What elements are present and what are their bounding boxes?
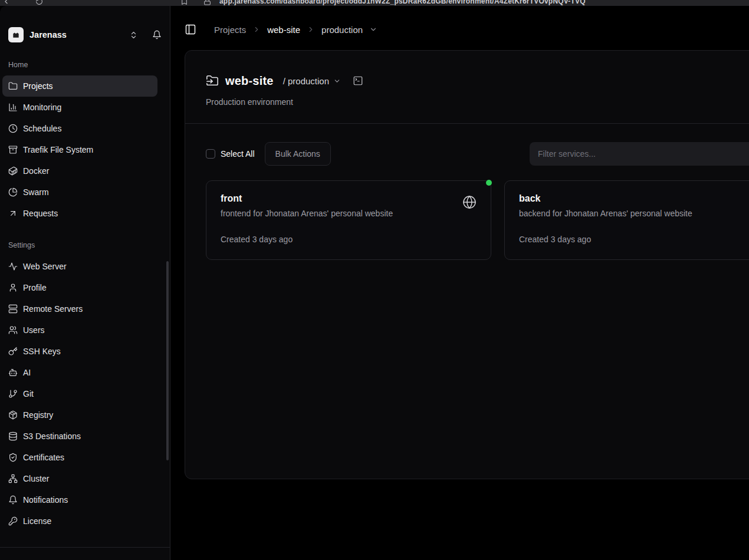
sidebar-item-ai[interactable]: AI <box>2 362 157 383</box>
sidebar-item-notifications[interactable]: Notifications <box>2 489 157 510</box>
breadcrumb: Projects web-site production <box>214 25 377 35</box>
sidebar-scrollbar[interactable] <box>166 261 169 460</box>
service-card-front[interactable]: front frontend for Jhonatan Arenas' pers… <box>206 180 491 260</box>
bar-chart-icon <box>8 103 18 112</box>
status-dot <box>486 180 492 186</box>
sidebar-item-certificates[interactable]: Certificates <box>2 447 157 468</box>
lock-icon <box>203 0 211 5</box>
project-header: web-site / production Production environ… <box>206 72 749 107</box>
service-description: frontend for Jhonatan Arenas' personal w… <box>221 208 477 219</box>
account-section[interactable]: Account <box>0 547 170 560</box>
sidebar: Jarenass Home Projects Monitoring <box>0 6 170 560</box>
archive-icon <box>8 145 18 154</box>
bot-icon <box>8 368 18 377</box>
arrow-up-right-icon <box>8 209 18 218</box>
bookmark-icon[interactable] <box>180 0 188 5</box>
browser-toolbar: app.jarenass.com/dashboard/project/oddJ1… <box>0 0 749 6</box>
filter-services-input[interactable] <box>530 142 749 166</box>
bulk-actions-button[interactable]: Bulk Actions <box>265 142 331 166</box>
environment-selector[interactable]: / production <box>283 76 341 86</box>
package-icon <box>8 410 18 420</box>
sidebar-item-label: AI <box>23 368 31 377</box>
sidebar-toggle-button[interactable] <box>185 24 196 35</box>
users-icon <box>8 325 18 335</box>
sidebar-item-monitoring[interactable]: Monitoring <box>2 97 157 118</box>
globe-icon <box>462 195 477 209</box>
url-bar[interactable]: app.jarenass.com/dashboard/project/oddJ1… <box>219 0 586 5</box>
service-name: front <box>221 193 477 204</box>
chevron-right-icon <box>252 25 261 34</box>
git-branch-icon <box>8 389 18 398</box>
main-header: Projects web-site production <box>185 22 377 37</box>
sidebar-item-docker[interactable]: Docker <box>2 160 157 182</box>
cluster-icon <box>8 474 18 483</box>
sidebar-item-label: Notifications <box>23 495 68 505</box>
sidebar-item-cluster[interactable]: Cluster <box>2 468 157 489</box>
database-icon <box>8 431 18 441</box>
sidebar-item-traefik-file-system[interactable]: Traefik File System <box>2 139 157 160</box>
sidebar-item-label: Cluster <box>23 474 49 483</box>
license-key-icon <box>8 516 18 526</box>
breadcrumb-item-web-site[interactable]: web-site <box>267 25 300 35</box>
logo-glyph-icon <box>12 31 20 39</box>
sidebar-item-schedules[interactable]: Schedules <box>2 118 157 139</box>
chevron-down-icon <box>369 25 377 34</box>
project-title: web-site <box>225 74 274 88</box>
nav-section-settings: Settings Web Server Profile Remote Serve… <box>2 241 157 532</box>
sidebar-item-label: Projects <box>23 81 53 91</box>
bell-icon <box>152 30 162 39</box>
service-created: Created 3 days ago <box>221 234 477 245</box>
sidebar-item-remote-servers[interactable]: Remote Servers <box>2 298 157 319</box>
sidebar-item-s3-destinations[interactable]: S3 Destinations <box>2 426 157 447</box>
sidebar-item-label: Swarm <box>23 187 49 197</box>
service-name: back <box>519 193 749 204</box>
sidebar-item-requests[interactable]: Requests <box>2 203 157 224</box>
main-content: Projects web-site production web-site / … <box>170 6 749 560</box>
refresh-icon[interactable] <box>35 0 43 5</box>
activity-icon <box>8 262 18 271</box>
service-description: backend for Jhonatan Arenas' personal we… <box>519 208 749 219</box>
notifications-bell-button[interactable] <box>151 29 163 41</box>
nav-section-home: Home Projects Monitoring Schedules Traef… <box>2 60 157 224</box>
chevrons-up-down-icon <box>129 31 138 39</box>
select-all-label: Select All <box>221 149 255 159</box>
sidebar-item-profile[interactable]: Profile <box>2 277 157 298</box>
folder-icon <box>8 81 18 91</box>
server-icon <box>8 304 18 314</box>
sidebar-item-label: SSH Keys <box>23 347 61 356</box>
service-card-back[interactable]: back backend for Jhonatan Arenas' person… <box>504 180 749 260</box>
breadcrumb-item-projects[interactable]: Projects <box>214 25 246 35</box>
back-icon[interactable] <box>2 0 10 5</box>
sidebar-item-label: Web Server <box>23 262 67 271</box>
bell-icon <box>8 495 18 505</box>
service-created: Created 3 days ago <box>519 234 749 245</box>
sidebar-nav: Home Projects Monitoring Schedules Traef… <box>0 60 170 532</box>
workspace-switcher: Jarenass <box>0 6 170 42</box>
sidebar-item-swarm[interactable]: Swarm <box>2 182 157 203</box>
divider <box>185 123 749 124</box>
sidebar-item-git[interactable]: Git <box>2 383 157 404</box>
sidebar-item-ssh-keys[interactable]: SSH Keys <box>2 341 157 362</box>
breadcrumb-item-production[interactable]: production <box>321 25 363 35</box>
sidebar-item-license[interactable]: License <box>2 510 157 532</box>
pie-chart-icon <box>8 187 18 197</box>
sidebar-item-projects[interactable]: Projects <box>2 75 157 97</box>
sidebar-item-label: License <box>23 516 51 526</box>
sidebar-item-label: Docker <box>23 166 49 176</box>
container-icon <box>8 166 18 176</box>
project-panel: web-site / production Production environ… <box>185 50 749 479</box>
sidebar-item-web-server[interactable]: Web Server <box>2 256 157 277</box>
shield-check-icon <box>8 453 18 462</box>
terminal-icon <box>353 75 363 86</box>
sidebar-item-label: Remote Servers <box>23 304 83 314</box>
user-icon <box>8 283 18 292</box>
workspace-selector-button[interactable] <box>128 29 139 41</box>
sidebar-item-registry[interactable]: Registry <box>2 404 157 426</box>
select-all-checkbox[interactable] <box>206 149 215 159</box>
chevron-right-icon <box>307 25 315 34</box>
nav-section-label: Home <box>2 60 157 75</box>
sidebar-item-users[interactable]: Users <box>2 319 157 341</box>
environment-label: / production <box>283 76 329 86</box>
sidebar-item-label: Registry <box>23 410 53 420</box>
terminal-button[interactable] <box>353 75 363 86</box>
